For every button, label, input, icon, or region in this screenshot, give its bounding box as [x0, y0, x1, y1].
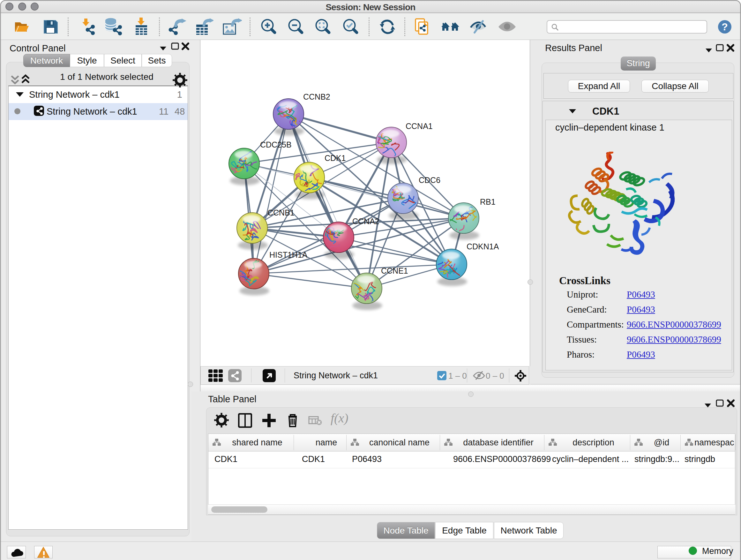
svg-text:CDKN1A: CDKN1A [467, 242, 499, 251]
svg-text:CDK1: CDK1 [325, 153, 346, 163]
svg-text:CCNB2: CCNB2 [303, 92, 330, 101]
svg-text:HIST1H1A: HIST1H1A [269, 250, 308, 259]
svg-text:?: ? [722, 21, 728, 33]
svg-text:CCNA1: CCNA1 [406, 122, 433, 131]
svg-text:CCNB1: CCNB1 [267, 208, 294, 217]
svg-text:CCNA2: CCNA2 [352, 217, 380, 226]
svg-text:CCNE1: CCNE1 [381, 266, 408, 275]
svg-text:CDC25B: CDC25B [260, 140, 292, 149]
svg-text:CDC6: CDC6 [419, 176, 441, 185]
svg-text:RB1: RB1 [480, 197, 495, 206]
